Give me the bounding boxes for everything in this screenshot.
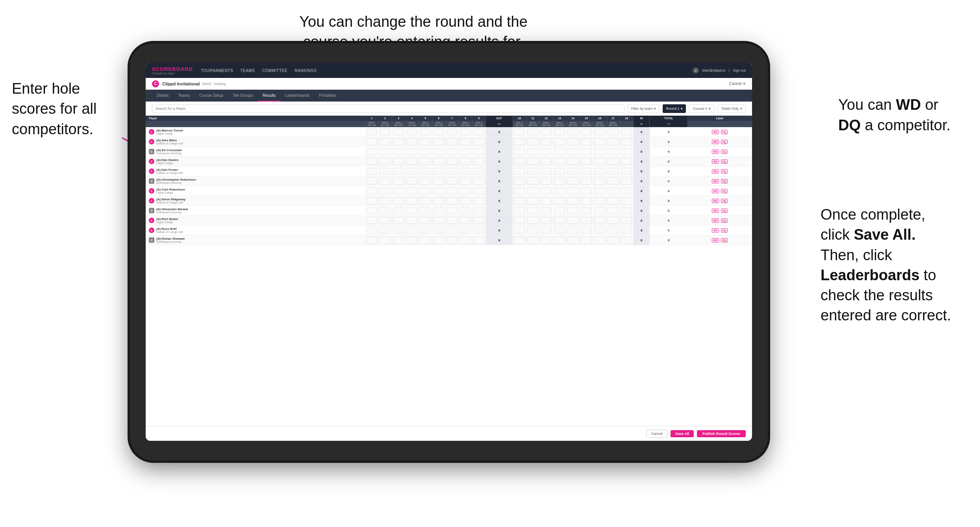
score-input-h1-p3[interactable] <box>366 158 377 165</box>
score-input-h1-p1[interactable] <box>366 138 377 145</box>
score-input-h1-p5[interactable] <box>366 178 377 185</box>
score-input-h18-p9[interactable] <box>621 217 632 224</box>
score-input-h1-p2[interactable] <box>366 148 377 155</box>
score-input-h17-p0[interactable] <box>608 128 619 135</box>
publish-round-button[interactable]: Publish Round Scores <box>697 430 746 437</box>
score-input-h14-p7[interactable] <box>567 197 578 204</box>
score-input-h8-p1[interactable] <box>460 138 471 145</box>
score-input-h17-p6[interactable] <box>608 187 619 194</box>
score-input-h8-p5[interactable] <box>460 178 471 185</box>
wd-button-10[interactable]: WD <box>712 228 719 233</box>
score-input-h1-p11[interactable] <box>366 237 377 244</box>
score-input-h14-p2[interactable] <box>567 148 578 155</box>
score-input-h18-p0[interactable] <box>621 128 632 135</box>
score-input-h2-p2[interactable] <box>380 148 391 155</box>
score-input-h4-p7[interactable] <box>406 197 417 204</box>
score-input-h1-p9[interactable] <box>366 217 377 224</box>
wd-button-0[interactable]: WD <box>712 130 719 134</box>
score-input-h11-p11[interactable] <box>527 237 538 244</box>
score-input-h18-p8[interactable] <box>621 207 632 214</box>
wd-button-6[interactable]: WD <box>712 189 719 193</box>
score-input-h1-p10[interactable] <box>366 227 377 234</box>
dq-button-1[interactable]: DQ <box>721 140 728 144</box>
score-input-h12-p10[interactable] <box>541 227 552 234</box>
wd-button-5[interactable]: WD <box>712 179 719 183</box>
score-input-h3-p2[interactable] <box>393 148 404 155</box>
score-input-h5-p8[interactable] <box>420 207 431 214</box>
score-input-h11-p10[interactable] <box>527 227 538 234</box>
wd-button-3[interactable]: WD <box>712 159 719 164</box>
score-input-h18-p11[interactable] <box>621 237 632 244</box>
score-input-h5-p6[interactable] <box>420 187 431 194</box>
score-input-h4-p9[interactable] <box>406 217 417 224</box>
score-input-h11-p3[interactable] <box>527 158 538 165</box>
score-input-h3-p8[interactable] <box>393 207 404 214</box>
score-input-h8-p7[interactable] <box>460 197 471 204</box>
score-input-h3-p5[interactable] <box>393 178 404 185</box>
dq-button-10[interactable]: DQ <box>721 228 728 233</box>
score-input-h10-p7[interactable] <box>514 197 525 204</box>
score-input-h9-p4[interactable] <box>473 168 484 175</box>
score-input-h10-p6[interactable] <box>514 187 525 194</box>
wd-button-11[interactable]: WD <box>712 238 719 242</box>
score-input-h16-p2[interactable] <box>594 148 605 155</box>
score-input-h9-p11[interactable] <box>473 237 484 244</box>
score-input-h7-p9[interactable] <box>446 217 458 224</box>
score-input-h5-p2[interactable] <box>420 148 431 155</box>
score-input-h7-p7[interactable] <box>446 197 458 204</box>
score-input-h9-p10[interactable] <box>473 227 484 234</box>
score-input-h16-p9[interactable] <box>594 217 605 224</box>
score-input-h7-p6[interactable] <box>446 187 458 194</box>
score-input-h9-p8[interactable] <box>473 207 484 214</box>
score-input-h7-p0[interactable] <box>446 128 458 135</box>
score-input-h7-p8[interactable] <box>446 207 458 214</box>
dq-button-9[interactable]: DQ <box>721 218 728 223</box>
score-input-h15-p1[interactable] <box>581 138 592 145</box>
score-input-h8-p9[interactable] <box>460 217 471 224</box>
score-input-h6-p3[interactable] <box>433 158 444 165</box>
score-input-h8-p0[interactable] <box>460 128 471 135</box>
score-input-h15-p3[interactable] <box>581 158 592 165</box>
tab-leaderboards[interactable]: Leaderboards <box>280 90 314 102</box>
score-input-h4-p3[interactable] <box>406 158 417 165</box>
score-input-h9-p3[interactable] <box>473 158 484 165</box>
score-input-h8-p4[interactable] <box>460 168 471 175</box>
score-input-h15-p6[interactable] <box>581 187 592 194</box>
score-input-h9-p9[interactable] <box>473 217 484 224</box>
score-input-h17-p11[interactable] <box>608 237 619 244</box>
score-input-h12-p8[interactable] <box>541 207 552 214</box>
score-input-h18-p6[interactable] <box>621 187 632 194</box>
score-input-h18-p2[interactable] <box>621 148 632 155</box>
score-input-h11-p9[interactable] <box>527 217 538 224</box>
score-input-h17-p7[interactable] <box>608 197 619 204</box>
wd-button-8[interactable]: WD <box>712 209 719 213</box>
score-input-h1-p7[interactable] <box>366 197 377 204</box>
score-input-h2-p4[interactable] <box>380 168 391 175</box>
nav-committee[interactable]: COMMITTEE <box>262 68 287 73</box>
score-input-h1-p4[interactable] <box>366 168 377 175</box>
score-input-h11-p0[interactable] <box>527 128 538 135</box>
score-input-h11-p6[interactable] <box>527 187 538 194</box>
score-input-h18-p3[interactable] <box>621 158 632 165</box>
dq-button-11[interactable]: DQ <box>721 238 728 242</box>
score-input-h18-p4[interactable] <box>621 168 632 175</box>
score-input-h12-p7[interactable] <box>541 197 552 204</box>
score-input-h9-p7[interactable] <box>473 197 484 204</box>
score-input-h12-p5[interactable] <box>541 178 552 185</box>
tab-results[interactable]: Results <box>258 90 280 102</box>
dq-button-8[interactable]: DQ <box>721 209 728 213</box>
score-input-h5-p7[interactable] <box>420 197 431 204</box>
score-input-h11-p1[interactable] <box>527 138 538 145</box>
save-all-button[interactable]: Save All <box>671 430 694 437</box>
dq-button-4[interactable]: DQ <box>721 169 728 174</box>
score-input-h2-p3[interactable] <box>380 158 391 165</box>
score-input-h14-p0[interactable] <box>567 128 578 135</box>
score-input-h16-p4[interactable] <box>594 168 605 175</box>
score-input-h8-p10[interactable] <box>460 227 471 234</box>
score-input-h6-p9[interactable] <box>433 217 444 224</box>
score-input-h11-p2[interactable] <box>527 148 538 155</box>
score-input-h14-p6[interactable] <box>567 187 578 194</box>
score-input-h10-p11[interactable] <box>514 237 525 244</box>
score-input-h9-p2[interactable] <box>473 148 484 155</box>
search-input[interactable] <box>152 104 624 113</box>
